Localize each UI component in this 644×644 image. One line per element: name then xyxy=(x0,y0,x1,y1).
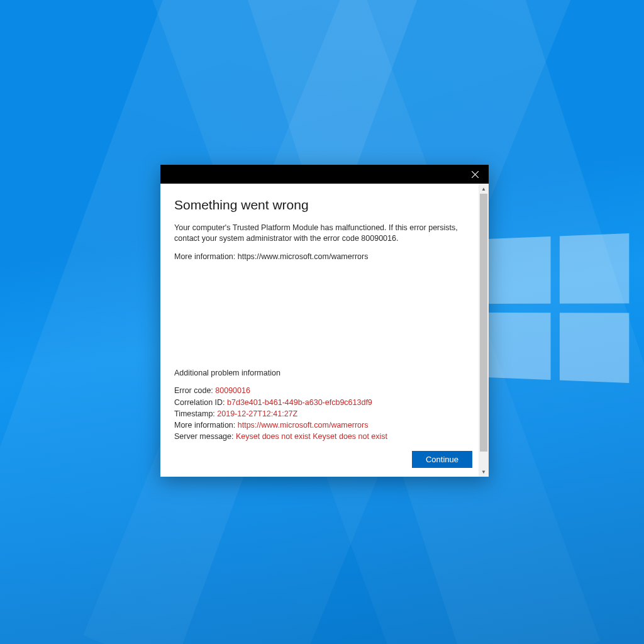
dialog-more-info-text: More information: https://www.microsoft.… xyxy=(174,252,472,262)
dialog-body-text: Your computer's Trusted Platform Module … xyxy=(174,223,472,244)
continue-button[interactable]: Continue xyxy=(412,451,472,468)
timestamp-label: Timestamp: xyxy=(174,409,217,418)
correlation-id-row: Correlation ID: b7d3e401-b461-449b-a630-… xyxy=(174,397,472,408)
server-message-label: Server message: xyxy=(174,432,236,441)
close-icon xyxy=(472,171,479,178)
server-message-row: Server message: Keyset does not exist Ke… xyxy=(174,431,472,442)
timestamp-row: Timestamp: 2019-12-27T12:41:27Z xyxy=(174,408,472,419)
error-code-row: Error code: 80090016 xyxy=(174,385,472,396)
error-dialog: Something went wrong Your computer's Tru… xyxy=(160,165,489,477)
scroll-up-arrow-icon[interactable]: ▲ xyxy=(479,184,489,194)
dialog-button-row: Continue xyxy=(174,451,472,468)
dialog-content: Something went wrong Your computer's Tru… xyxy=(160,184,479,477)
dialog-titlebar xyxy=(160,165,489,184)
windows-logo xyxy=(487,233,629,383)
correlation-id-value: b7d3e401-b461-449b-a630-efcb9c613df9 xyxy=(227,398,372,407)
more-info-row: More information: https://www.microsoft.… xyxy=(174,419,472,431)
server-message-value: Keyset does not exist Keyset does not ex… xyxy=(236,432,387,441)
close-button[interactable] xyxy=(461,165,489,184)
vertical-scrollbar[interactable]: ▲ ▼ xyxy=(479,184,489,477)
error-code-value: 80090016 xyxy=(215,386,250,395)
more-info-label: More information: xyxy=(174,421,238,430)
timestamp-value: 2019-12-27T12:41:27Z xyxy=(217,409,297,418)
dialog-heading: Something went wrong xyxy=(174,197,472,213)
scroll-down-arrow-icon[interactable]: ▼ xyxy=(479,467,489,477)
additional-info-title: Additional problem information xyxy=(174,369,472,377)
correlation-id-label: Correlation ID: xyxy=(174,398,227,407)
error-code-label: Error code: xyxy=(174,386,215,395)
more-info-value: https://www.microsoft.com/wamerrors xyxy=(238,421,369,430)
scrollbar-thumb[interactable] xyxy=(480,194,487,452)
